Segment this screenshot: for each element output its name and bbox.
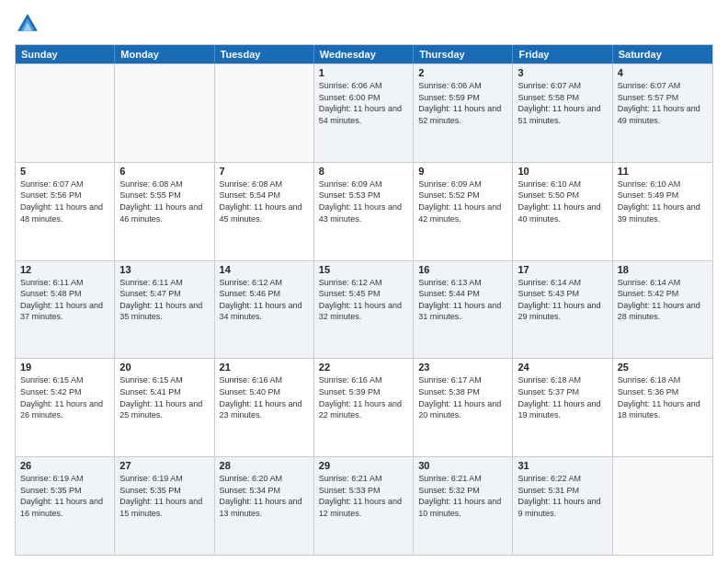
calendar-cell: 9Sunrise: 6:09 AMSunset: 5:52 PMDaylight…: [414, 163, 513, 260]
cell-details: Sunrise: 6:12 AMSunset: 5:46 PMDaylight:…: [220, 277, 309, 323]
day-header-monday: Monday: [115, 45, 214, 63]
cell-details: Sunrise: 6:16 AMSunset: 5:40 PMDaylight:…: [220, 374, 309, 420]
cell-details: Sunrise: 6:06 AMSunset: 6:00 PMDaylight:…: [319, 80, 408, 126]
day-number: 11: [618, 166, 708, 177]
day-header-saturday: Saturday: [613, 45, 712, 63]
cell-details: Sunrise: 6:07 AMSunset: 5:56 PMDaylight:…: [20, 178, 109, 224]
cell-details: Sunrise: 6:11 AMSunset: 5:48 PMDaylight:…: [20, 277, 109, 323]
day-number: 14: [220, 264, 309, 275]
calendar-cell: 2Sunrise: 6:06 AMSunset: 5:59 PMDaylight…: [414, 64, 513, 162]
day-number: 13: [119, 264, 209, 275]
calendar-cell: 12Sunrise: 6:11 AMSunset: 5:48 PMDayligh…: [16, 261, 115, 359]
cell-details: Sunrise: 6:14 AMSunset: 5:43 PMDaylight:…: [518, 277, 607, 323]
calendar-cell: 1Sunrise: 6:06 AMSunset: 6:00 PMDaylight…: [314, 64, 414, 162]
day-number: 18: [618, 264, 708, 275]
calendar-cell: 23Sunrise: 6:17 AMSunset: 5:38 PMDayligh…: [414, 359, 513, 456]
cell-details: Sunrise: 6:19 AMSunset: 5:35 PMDaylight:…: [119, 473, 209, 519]
cell-details: Sunrise: 6:11 AMSunset: 5:47 PMDaylight:…: [119, 277, 209, 323]
day-header-thursday: Thursday: [414, 45, 513, 63]
calendar-cell: 13Sunrise: 6:11 AMSunset: 5:47 PMDayligh…: [115, 261, 214, 359]
calendar-cell: 30Sunrise: 6:21 AMSunset: 5:32 PMDayligh…: [414, 457, 513, 555]
calendar-cell: 22Sunrise: 6:16 AMSunset: 5:39 PMDayligh…: [314, 359, 414, 456]
cell-details: Sunrise: 6:16 AMSunset: 5:39 PMDaylight:…: [319, 374, 408, 420]
calendar-cell: [115, 64, 214, 162]
calendar-cell: 11Sunrise: 6:10 AMSunset: 5:49 PMDayligh…: [613, 163, 712, 260]
cell-details: Sunrise: 6:18 AMSunset: 5:37 PMDaylight:…: [518, 374, 607, 420]
day-header-friday: Friday: [513, 45, 612, 63]
calendar-cell: 17Sunrise: 6:14 AMSunset: 5:43 PMDayligh…: [513, 261, 612, 359]
cell-details: Sunrise: 6:08 AMSunset: 5:54 PMDaylight:…: [220, 178, 309, 224]
day-number: 24: [518, 362, 607, 373]
day-number: 23: [418, 362, 507, 373]
calendar-cell: 31Sunrise: 6:22 AMSunset: 5:31 PMDayligh…: [513, 457, 612, 555]
cell-details: Sunrise: 6:21 AMSunset: 5:32 PMDaylight:…: [418, 473, 507, 519]
cell-details: Sunrise: 6:12 AMSunset: 5:45 PMDaylight:…: [319, 277, 408, 323]
day-number: 4: [618, 67, 708, 78]
cell-details: Sunrise: 6:17 AMSunset: 5:38 PMDaylight:…: [418, 374, 507, 420]
day-number: 8: [319, 166, 408, 177]
day-number: 7: [220, 166, 309, 177]
day-header-tuesday: Tuesday: [215, 45, 314, 63]
cell-details: Sunrise: 6:21 AMSunset: 5:33 PMDaylight:…: [319, 473, 408, 519]
calendar-cell: 10Sunrise: 6:10 AMSunset: 5:50 PMDayligh…: [513, 163, 612, 260]
calendar-cell: 27Sunrise: 6:19 AMSunset: 5:35 PMDayligh…: [115, 457, 214, 555]
calendar-cell: [16, 64, 115, 162]
calendar-cell: 7Sunrise: 6:08 AMSunset: 5:54 PMDaylight…: [215, 163, 314, 260]
day-number: 27: [119, 460, 209, 471]
calendar-cell: 26Sunrise: 6:19 AMSunset: 5:35 PMDayligh…: [16, 457, 115, 555]
cell-details: Sunrise: 6:20 AMSunset: 5:34 PMDaylight:…: [220, 473, 309, 519]
calendar-cell: 19Sunrise: 6:15 AMSunset: 5:42 PMDayligh…: [16, 359, 115, 456]
calendar-cell: [613, 457, 712, 555]
day-number: 6: [119, 166, 209, 177]
day-number: 25: [618, 362, 708, 373]
calendar-row-3: 19Sunrise: 6:15 AMSunset: 5:42 PMDayligh…: [16, 358, 712, 456]
calendar-row-0: 1Sunrise: 6:06 AMSunset: 6:00 PMDaylight…: [16, 63, 712, 162]
cell-details: Sunrise: 6:07 AMSunset: 5:57 PMDaylight:…: [618, 80, 708, 126]
day-number: 21: [220, 362, 309, 373]
calendar-cell: 18Sunrise: 6:14 AMSunset: 5:42 PMDayligh…: [613, 261, 712, 359]
calendar-row-1: 5Sunrise: 6:07 AMSunset: 5:56 PMDaylight…: [16, 162, 712, 260]
day-number: 19: [20, 362, 109, 373]
calendar-cell: 29Sunrise: 6:21 AMSunset: 5:33 PMDayligh…: [314, 457, 414, 555]
calendar-row-2: 12Sunrise: 6:11 AMSunset: 5:48 PMDayligh…: [16, 260, 712, 359]
calendar-cell: 25Sunrise: 6:18 AMSunset: 5:36 PMDayligh…: [613, 359, 712, 456]
cell-details: Sunrise: 6:18 AMSunset: 5:36 PMDaylight:…: [618, 374, 708, 420]
header: [15, 11, 713, 37]
day-number: 12: [20, 264, 109, 275]
calendar-cell: 4Sunrise: 6:07 AMSunset: 5:57 PMDaylight…: [613, 64, 712, 162]
calendar-cell: 14Sunrise: 6:12 AMSunset: 5:46 PMDayligh…: [215, 261, 314, 359]
cell-details: Sunrise: 6:15 AMSunset: 5:41 PMDaylight:…: [119, 374, 209, 420]
calendar-cell: [215, 64, 314, 162]
day-number: 1: [319, 67, 408, 78]
day-number: 2: [418, 67, 507, 78]
day-number: 15: [319, 264, 408, 275]
calendar-cell: 5Sunrise: 6:07 AMSunset: 5:56 PMDaylight…: [16, 163, 115, 260]
cell-details: Sunrise: 6:07 AMSunset: 5:58 PMDaylight:…: [518, 80, 607, 126]
day-number: 9: [418, 166, 507, 177]
day-number: 29: [319, 460, 408, 471]
cell-details: Sunrise: 6:22 AMSunset: 5:31 PMDaylight:…: [518, 473, 607, 519]
calendar-cell: 3Sunrise: 6:07 AMSunset: 5:58 PMDaylight…: [513, 64, 612, 162]
day-number: 17: [518, 264, 607, 275]
day-number: 31: [518, 460, 607, 471]
day-number: 28: [220, 460, 309, 471]
cell-details: Sunrise: 6:19 AMSunset: 5:35 PMDaylight:…: [20, 473, 109, 519]
cell-details: Sunrise: 6:15 AMSunset: 5:42 PMDaylight:…: [20, 374, 109, 420]
cell-details: Sunrise: 6:14 AMSunset: 5:42 PMDaylight:…: [618, 277, 708, 323]
day-number: 10: [518, 166, 607, 177]
logo: [15, 11, 44, 37]
calendar-header: SundayMondayTuesdayWednesdayThursdayFrid…: [16, 45, 712, 63]
calendar-cell: 8Sunrise: 6:09 AMSunset: 5:53 PMDaylight…: [314, 163, 414, 260]
cell-details: Sunrise: 6:10 AMSunset: 5:49 PMDaylight:…: [618, 178, 708, 224]
calendar-cell: 28Sunrise: 6:20 AMSunset: 5:34 PMDayligh…: [215, 457, 314, 555]
day-number: 5: [20, 166, 109, 177]
day-header-wednesday: Wednesday: [314, 45, 414, 63]
cell-details: Sunrise: 6:13 AMSunset: 5:44 PMDaylight:…: [418, 277, 507, 323]
calendar-body: 1Sunrise: 6:06 AMSunset: 6:00 PMDaylight…: [16, 63, 712, 555]
calendar-cell: 16Sunrise: 6:13 AMSunset: 5:44 PMDayligh…: [414, 261, 513, 359]
day-number: 16: [418, 264, 507, 275]
day-number: 3: [518, 67, 607, 78]
cell-details: Sunrise: 6:09 AMSunset: 5:53 PMDaylight:…: [319, 178, 408, 224]
day-number: 22: [319, 362, 408, 373]
calendar-cell: 24Sunrise: 6:18 AMSunset: 5:37 PMDayligh…: [513, 359, 612, 456]
